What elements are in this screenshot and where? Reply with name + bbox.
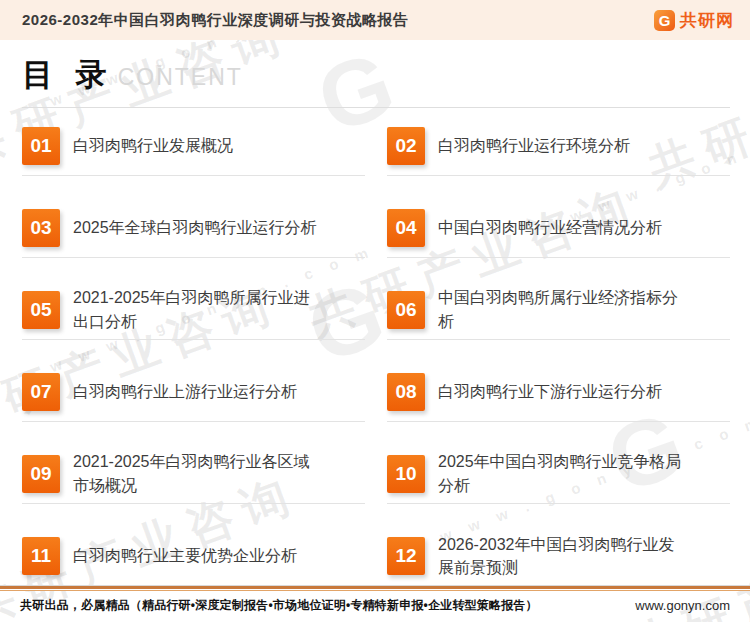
header-bar: 2026-2032年中国白羽肉鸭行业深度调研与投资战略报告 G 共研网 [0,0,750,40]
item-label: 白羽肉鸭行业上游行业运行分析 [73,380,323,403]
item-number-badge: 10 [387,455,425,493]
toc-item-05: 05 2021-2025年白羽肉鸭所属行业进出口分析 [22,280,365,340]
toc-item-09: 09 2021-2025年白羽肉鸭行业各区域市场概况 [22,444,365,504]
toc-item-11: 11 白羽肉鸭行业主要优势企业分析 [22,526,365,586]
toc-item-01: 01 白羽肉鸭行业发展概况 [22,116,365,176]
toc-item-06: 06 中国白羽肉鸭所属行业经济指标分析 [387,280,730,340]
item-label: 白羽肉鸭行业主要优势企业分析 [73,544,323,567]
item-number-badge: 02 [387,127,425,165]
item-label: 白羽肉鸭行业运行环境分析 [438,134,688,157]
item-label: 2026-2032年中国白羽肉鸭行业发展前景预测 [438,533,688,579]
item-number-badge: 12 [387,537,425,575]
report-title: 2026-2032年中国白羽肉鸭行业深度调研与投资战略报告 [22,11,408,30]
item-number-badge: 07 [22,373,60,411]
toc-item-03: 03 2025年全球白羽肉鸭行业运行分析 [22,198,365,258]
report-toc-page: 共研产业咨询 w w w . g o n y n . c o m G 共研产业咨… [0,0,750,622]
item-label: 2025年中国白羽肉鸭行业竞争格局分析 [438,450,688,496]
item-number-badge: 06 [387,291,425,329]
item-number-badge: 08 [387,373,425,411]
toc-item-10: 10 2025年中国白羽肉鸭行业竞争格局分析 [387,444,730,504]
item-number-badge: 05 [22,291,60,329]
toc-item-12: 12 2026-2032年中国白羽肉鸭行业发展前景预测 [387,526,730,586]
item-number-badge: 03 [22,209,60,247]
item-label: 中国白羽肉鸭所属行业经济指标分析 [438,286,688,332]
footer: 共研出品，必属精品（精品行研•深度定制报告•市场地位证明•专精特新申报•企业转型… [0,585,750,622]
item-label: 白羽肉鸭行业下游行业运行分析 [438,380,688,403]
footer-website: www.gonyn.com [635,598,730,613]
item-number-badge: 04 [387,209,425,247]
footer-row: 共研出品，必属精品（精品行研•深度定制报告•市场地位证明•专精特新申报•企业转型… [0,591,750,622]
toc-item-07: 07 白羽肉鸭行业上游行业运行分析 [22,362,365,422]
toc-main: 目 录 CONTENT 01 白羽肉鸭行业发展概况 02 白羽肉鸭行业运行环境分… [0,40,750,586]
toc-title-cn: 目 录 [22,54,114,96]
item-number-badge: 01 [22,127,60,165]
brand-logo-icon: G [654,10,675,31]
item-number-badge: 09 [22,455,60,493]
toc-item-02: 02 白羽肉鸭行业运行环境分析 [387,116,730,176]
toc-item-08: 08 白羽肉鸭行业下游行业运行分析 [387,362,730,422]
brand-logo: G 共研网 [654,9,734,32]
footer-slogan: 共研出品，必属精品（精品行研•深度定制报告•市场地位证明•专精特新申报•企业转型… [20,597,538,614]
item-label: 2021-2025年白羽肉鸭行业各区域市场概况 [73,450,323,496]
item-number-badge: 11 [22,537,60,575]
toc-heading: 目 录 CONTENT [22,54,730,96]
toc-title-en: CONTENT [118,64,243,91]
item-label: 白羽肉鸭行业发展概况 [73,134,323,157]
brand-logo-text: 共研网 [680,9,734,32]
item-label: 2021-2025年白羽肉鸭所属行业进出口分析 [73,286,323,332]
heading-divider [22,107,730,108]
toc-grid: 01 白羽肉鸭行业发展概况 02 白羽肉鸭行业运行环境分析 03 2025年全球… [22,116,730,586]
item-label: 中国白羽肉鸭行业经营情况分析 [438,216,688,239]
toc-item-04: 04 中国白羽肉鸭行业经营情况分析 [387,198,730,258]
item-label: 2025年全球白羽肉鸭行业运行分析 [73,216,323,239]
